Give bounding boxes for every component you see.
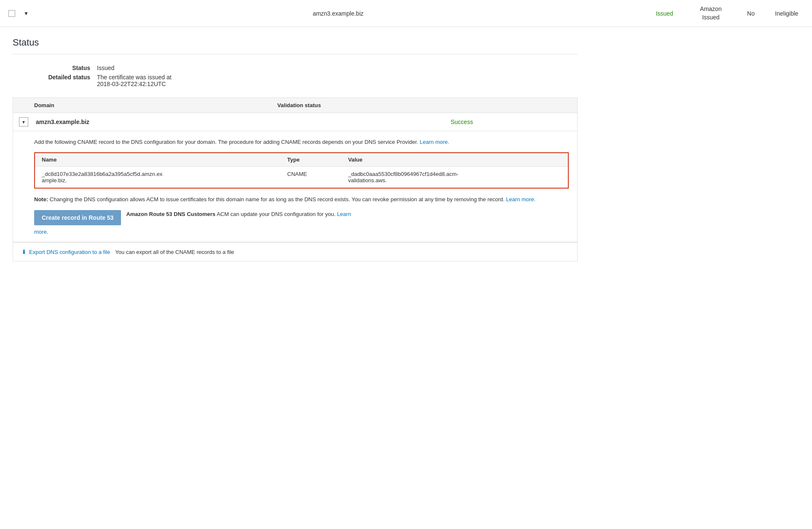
row-checkbox[interactable] xyxy=(8,10,15,17)
expand-cell[interactable]: ▼ xyxy=(13,117,34,127)
type-header: Type xyxy=(280,153,341,167)
top-row-eligibility: Ineligible xyxy=(770,10,804,17)
domain-validation-status: Success xyxy=(451,119,577,125)
domain-header: Domain xyxy=(13,98,271,113)
detailed-status-field-row: Detailed status The certificate was issu… xyxy=(13,74,578,87)
top-row-renewal: No xyxy=(740,10,761,17)
cname-record-row: _dc8d107e33e2a83816b6a2a395a5cf5d.amzn.e… xyxy=(35,166,568,188)
cname-record-table: Name Type Value _dc8d107e33e2a83816b6a2a… xyxy=(35,153,568,188)
row-expand-arrow[interactable]: ▼ xyxy=(24,11,29,16)
value-header: Value xyxy=(341,153,568,167)
download-icon: ⬇ xyxy=(22,248,27,255)
status-field-row: Status Issued xyxy=(13,65,578,71)
domain-table: Domain Validation status xyxy=(13,98,577,113)
note-section: Note: Changing the DNS configuration all… xyxy=(34,195,569,204)
status-fields: Status Issued Detailed status The certif… xyxy=(13,65,578,87)
main-content: Status Status Issued Detailed status The… xyxy=(0,27,590,282)
cname-info-text: Add the following CNAME record to the DN… xyxy=(34,138,569,146)
route53-label: Amazon Route 53 DNS Customers xyxy=(126,211,215,217)
top-row-domain: amzn3.example.biz xyxy=(37,10,639,17)
create-record-area: Create record in Route 53 Amazon Route 5… xyxy=(34,210,569,225)
create-record-desc: Amazon Route 53 DNS Customers ACM can up… xyxy=(126,210,569,219)
validation-status-header: Validation status xyxy=(271,98,577,113)
cname-record-type: CNAME xyxy=(280,166,341,188)
status-label: Status xyxy=(13,65,97,71)
cname-section: Add the following CNAME record to the DN… xyxy=(13,131,577,242)
top-row-status: Issued xyxy=(648,10,681,17)
status-value: Issued xyxy=(97,65,114,71)
export-section: ⬇ Export DNS configuration to a file You… xyxy=(13,242,577,261)
detailed-status-label: Detailed status xyxy=(13,74,97,87)
route53-learn-more-link[interactable]: Learn xyxy=(337,211,351,217)
note-bold: Note: xyxy=(34,196,48,202)
top-row: ▼ amzn3.example.biz Issued AmazonIssued … xyxy=(0,0,812,27)
section-title: Status xyxy=(13,37,578,48)
section-divider xyxy=(13,54,578,54)
export-link-text: Export DNS configuration to a file xyxy=(29,249,110,255)
note-learn-more-link[interactable]: Learn more. xyxy=(506,196,535,202)
cname-record-table-wrapper: Name Type Value _dc8d107e33e2a83816b6a2a… xyxy=(34,152,569,189)
route53-learn-more-link-2[interactable]: more. xyxy=(34,229,48,235)
expand-button[interactable]: ▼ xyxy=(19,117,28,127)
cname-record-name: _dc8d107e33e2a83816b6a2a395a5cf5d.amzn.e… xyxy=(35,166,280,188)
note-text: Changing the DNS configuration allows AC… xyxy=(50,196,506,202)
domain-name: amzn3.example.biz xyxy=(34,119,451,125)
domain-table-container: Domain Validation status ▼ amzn3.example… xyxy=(13,97,578,262)
learn-more-continuation: more. xyxy=(34,229,569,235)
create-record-button[interactable]: Create record in Route 53 xyxy=(34,210,121,225)
name-header: Name xyxy=(35,153,280,167)
cname-record-value: _dadbc0aaa5530cf8b0964967cf1d4ed8.acm-va… xyxy=(341,166,568,188)
detailed-status-value: The certificate was issued at2018-03-22T… xyxy=(97,74,172,87)
domain-row: ▼ amzn3.example.biz Success xyxy=(13,113,577,131)
export-description: You can export all of the CNAME records … xyxy=(115,249,234,255)
export-dns-link[interactable]: ⬇ Export DNS configuration to a file xyxy=(22,248,110,255)
cname-learn-more-link[interactable]: Learn more. xyxy=(420,139,449,145)
top-row-issued-by: AmazonIssued xyxy=(690,5,732,22)
route53-desc: ACM can update your DNS configuration fo… xyxy=(217,211,337,217)
